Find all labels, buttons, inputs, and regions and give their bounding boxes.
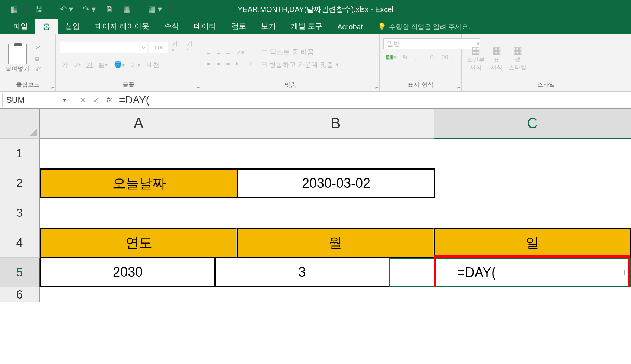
format-painter-icon[interactable]: 🖌 (33, 64, 43, 74)
col-header-A[interactable]: A (40, 109, 237, 139)
orientation-icon[interactable]: ⤢▾ (234, 48, 247, 58)
tab-review[interactable]: 검토 (224, 18, 254, 34)
enter-formula-button[interactable]: ✓ (89, 96, 103, 104)
tab-formulas[interactable]: 수식 (157, 18, 187, 34)
comma-icon[interactable]: , (412, 53, 418, 62)
clipboard-launcher[interactable]: ⌐ (51, 84, 54, 90)
grow-font-icon[interactable]: 가^ (169, 38, 183, 57)
align-bottom-icon[interactable]: ≡ (224, 48, 232, 58)
cell-A1[interactable] (40, 139, 237, 168)
formula-input[interactable]: =DAY( (116, 94, 631, 106)
cut-icon[interactable]: ✂ (33, 43, 43, 52)
redo-icon[interactable]: ↷ ▾ (80, 3, 99, 16)
row-header-4[interactable]: 4 (0, 228, 40, 258)
decrease-decimal-icon[interactable]: .00→ (437, 53, 457, 62)
copy-icon[interactable]: 🗐 (33, 54, 43, 63)
row-header-1[interactable]: 1 (0, 139, 40, 168)
align-top-icon[interactable]: ≡ (205, 48, 213, 58)
increase-decimal-icon[interactable]: ←.0 (420, 53, 436, 62)
font-size-select[interactable]: 11 ▾ (149, 42, 168, 53)
cell-C4[interactable]: 일 (434, 228, 631, 258)
cell-C1[interactable] (434, 139, 631, 168)
clipboard-icon (8, 44, 27, 64)
decrease-indent-icon[interactable]: ⇤ (234, 59, 243, 69)
cell-A4[interactable]: 연도 (40, 228, 237, 258)
tab-data[interactable]: 데이터 (187, 18, 224, 34)
cell-B6[interactable] (237, 287, 434, 302)
tell-me[interactable]: 💡 수행할 작업을 알려 주세요. (370, 19, 478, 34)
number-group-label: 표시 형식 (383, 80, 458, 90)
wrap-icon: ▤ (261, 48, 268, 56)
border-button[interactable]: ▦▾ (96, 60, 110, 70)
tab-view[interactable]: 보기 (254, 18, 283, 34)
tab-home[interactable]: 홈 (35, 18, 58, 34)
tell-me-text: 수행할 작업을 알려 주세요. (389, 22, 470, 31)
font-launcher[interactable]: ⌐ (197, 84, 200, 90)
row-header-5[interactable]: 5 (0, 258, 40, 287)
select-all-cell[interactable] (0, 109, 40, 139)
font-name-select[interactable] (60, 42, 147, 53)
tab-acrobat[interactable]: Acrobat (330, 20, 370, 34)
save-icon[interactable]: 🖫 (32, 3, 46, 16)
cell-B4[interactable]: 월 (237, 228, 433, 258)
name-box-dropdown[interactable]: ▾ (60, 96, 68, 103)
cell-C3[interactable] (434, 198, 631, 228)
align-center-icon[interactable]: ≡ (214, 59, 223, 69)
group-styles: ▦ 조건부 서식 ▦ 표 서식 ▦ 셀 스타일 스타일 (462, 34, 631, 91)
tab-insert[interactable]: 삽입 (58, 18, 87, 34)
number-launcher[interactable]: ⌐ (457, 84, 460, 90)
cell-A3[interactable] (40, 198, 237, 228)
sort-icon[interactable]: ▦ (120, 3, 134, 16)
align-right-icon[interactable]: ≡ (224, 59, 232, 69)
undo-icon[interactable]: ↶ ▾ (57, 3, 76, 16)
row-header-6[interactable]: 6 (0, 287, 40, 302)
conditional-format-button[interactable]: ▦ 조건부 서식 (465, 44, 486, 73)
print-preview-icon[interactable]: 🗎 (102, 3, 117, 16)
cancel-formula-button[interactable]: ✕ (76, 96, 89, 104)
tab-layout[interactable]: 페이지 레이아웃 (87, 18, 157, 34)
italic-button[interactable]: 가 (72, 59, 83, 70)
cell-C5[interactable]: =DAY( I DAY(serial_number) (389, 258, 631, 287)
currency-icon[interactable]: 💵▾ (383, 52, 399, 62)
cell-C6[interactable] (434, 287, 631, 302)
paste-button[interactable]: 붙여넣기 (4, 42, 31, 75)
paste-label: 붙여넣기 (6, 65, 29, 73)
percent-icon[interactable]: % (401, 53, 411, 62)
clipboard-group-label: 클립보드 (4, 80, 52, 90)
format-table-button[interactable]: ▦ 표 서식 (489, 44, 504, 73)
excel-icon: ▦ (7, 3, 21, 16)
name-box[interactable]: SUM (2, 93, 58, 107)
shrink-font-icon[interactable]: 가ˇ (184, 38, 197, 57)
align-middle-icon[interactable]: ≡ (214, 48, 223, 58)
cell-B5[interactable]: 3 (214, 258, 389, 287)
cell-B3[interactable] (237, 198, 434, 228)
cell-B2[interactable]: 2030-03-02 (237, 168, 435, 198)
underline-button[interactable]: 가 (84, 59, 95, 70)
cell-A6[interactable] (40, 287, 237, 302)
col-header-C[interactable]: C (434, 109, 631, 139)
tab-developer[interactable]: 개발 도구 (283, 18, 330, 34)
font-color-button[interactable]: 가▾ (129, 59, 143, 70)
phonetic-button[interactable]: 내천 (144, 59, 162, 70)
font-group-label: 글꼴 (60, 80, 197, 90)
cell-A5[interactable]: 2030 (40, 258, 214, 287)
cell-B1[interactable] (237, 139, 434, 168)
row-header-3[interactable]: 3 (0, 198, 40, 228)
merge-center-button[interactable]: ⊟ 병합하고 가운데 맞춤 ▾ (261, 60, 339, 69)
row-header-2[interactable]: 2 (0, 168, 40, 198)
increase-indent-icon[interactable]: ⇥ (245, 59, 255, 69)
cell-A2[interactable]: 오늘날짜 (40, 168, 237, 198)
tab-file[interactable]: 파일 (6, 18, 35, 34)
form-icon[interactable]: ▦ ▾ (145, 3, 165, 16)
insert-function-button[interactable]: fx (103, 96, 116, 104)
cell-styles-button[interactable]: ▦ 셀 스타일 (507, 44, 528, 73)
wrap-text-button[interactable]: ▤ 텍스트 줄 바꿈 (261, 48, 339, 57)
bold-button[interactable]: 가 (60, 59, 70, 70)
cell-C2[interactable] (435, 168, 631, 198)
text-cursor-icon: I (623, 268, 625, 277)
fill-color-button[interactable]: 🪣▾ (112, 60, 127, 70)
align-left-icon[interactable]: ≡ (205, 59, 213, 69)
alignment-launcher[interactable]: ⌐ (375, 84, 378, 90)
col-header-B[interactable]: B (237, 109, 434, 139)
bulb-icon: 💡 (378, 23, 386, 31)
